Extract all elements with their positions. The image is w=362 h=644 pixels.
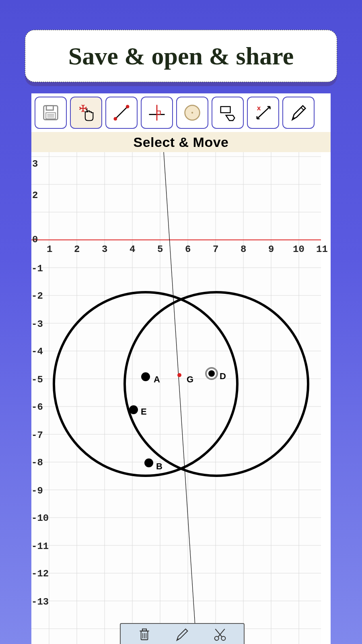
y-tick: -5	[31, 374, 43, 385]
y-tick: -3	[31, 319, 43, 330]
svg-point-55	[141, 372, 150, 381]
svg-point-10	[114, 117, 117, 121]
tool-pencil[interactable]	[282, 97, 315, 129]
point-label-B: B	[156, 461, 162, 472]
tool-polygon[interactable]	[212, 97, 244, 129]
bottom-action-bar	[120, 623, 245, 644]
y-tick: 2	[32, 190, 38, 201]
svg-text:x: x	[257, 104, 261, 112]
y-tick: -12	[31, 568, 49, 579]
tool-line[interactable]	[105, 97, 138, 129]
x-tick: 3	[102, 244, 107, 255]
x-tick: 4	[130, 244, 135, 255]
y-tick: -10	[31, 513, 49, 524]
x-tick: 1	[47, 244, 52, 255]
tool-circle[interactable]	[176, 97, 208, 129]
trash-icon	[136, 626, 152, 642]
x-tick: 8	[241, 244, 246, 255]
svg-point-54	[125, 292, 308, 476]
svg-line-52	[164, 152, 196, 644]
svg-point-58	[208, 370, 215, 377]
tool-measure[interactable]: x	[247, 97, 279, 129]
point-label-E: E	[141, 407, 147, 417]
header-card: Save & open & share	[25, 30, 337, 82]
polygon-icon	[217, 102, 238, 123]
svg-rect-63	[142, 629, 146, 631]
scissors-icon	[212, 626, 228, 642]
y-tick: 0	[32, 234, 38, 245]
y-tick: 3	[32, 159, 38, 169]
tool-save[interactable]	[35, 97, 67, 129]
action-delete[interactable]	[136, 626, 152, 644]
perpendicular-icon	[146, 102, 167, 123]
svg-point-59	[129, 405, 138, 414]
y-tick: -6	[31, 402, 43, 413]
x-tick: 11	[316, 244, 328, 255]
tool-select-move[interactable]	[70, 97, 102, 129]
y-tick: -7	[31, 430, 43, 441]
tool-status-label: Select & Move	[31, 132, 331, 152]
x-tick: 5	[157, 244, 163, 255]
point-label-A: A	[154, 374, 160, 385]
circle-icon	[182, 102, 203, 123]
y-tick: -2	[31, 291, 43, 301]
pencil-icon	[288, 102, 309, 123]
y-tick: -8	[31, 457, 43, 468]
action-cut[interactable]	[212, 626, 228, 644]
x-tick: 9	[268, 244, 274, 255]
tool-perpendicular[interactable]	[141, 97, 173, 129]
x-tick: 10	[293, 244, 304, 255]
svg-marker-18	[226, 116, 235, 121]
floppy-disk-icon	[40, 102, 61, 123]
pen-icon	[174, 626, 190, 642]
measure-icon: x	[253, 102, 274, 123]
y-tick: -9	[31, 485, 43, 496]
y-tick: -13	[31, 597, 49, 607]
x-tick: 2	[74, 244, 80, 255]
svg-line-9	[115, 107, 128, 119]
header-title: Save & open & share	[68, 42, 294, 70]
svg-rect-17	[221, 107, 230, 113]
x-tick: 7	[213, 244, 218, 255]
svg-point-11	[126, 105, 130, 109]
svg-rect-1	[46, 106, 53, 110]
svg-point-60	[144, 458, 153, 467]
y-tick: -1	[31, 263, 43, 274]
action-edit[interactable]	[174, 626, 190, 644]
x-tick: 6	[185, 244, 191, 255]
svg-marker-67	[177, 629, 188, 640]
app-panel: x Select & Move	[31, 93, 331, 644]
svg-point-53	[54, 292, 237, 476]
point-label-D: D	[220, 371, 226, 382]
toolbar: x	[31, 97, 331, 129]
y-tick: -4	[31, 346, 43, 357]
y-tick: -11	[31, 541, 49, 552]
svg-point-16	[191, 112, 193, 114]
graph-canvas[interactable]: 3 2 0 -1 -2 -3 -4 -5 -6 -7 -8 -9 -10 -11…	[31, 152, 321, 644]
line-segment-icon	[111, 102, 132, 123]
hand-move-icon	[76, 102, 97, 123]
svg-point-56	[177, 373, 181, 377]
point-label-G: G	[187, 374, 193, 385]
svg-line-22	[301, 107, 304, 110]
